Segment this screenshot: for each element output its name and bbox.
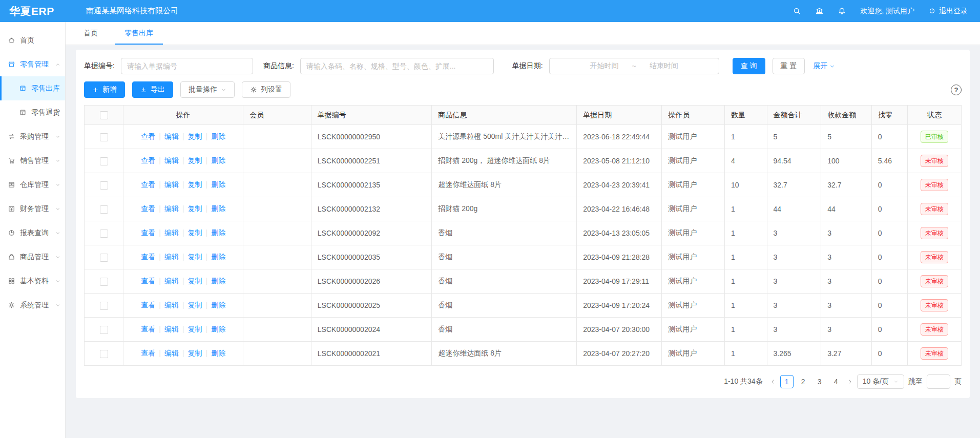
page-4-button[interactable]: 4 xyxy=(829,375,843,388)
jump-page-input[interactable] xyxy=(927,374,950,389)
copy-link[interactable]: 复制 xyxy=(188,277,202,285)
page-1-button[interactable]: 1 xyxy=(780,375,794,388)
search-button[interactable]: 查 询 xyxy=(733,58,765,74)
date-range-input[interactable]: 开始时间 ~ 结束时间 xyxy=(549,58,719,74)
divider: | xyxy=(206,253,208,261)
copy-link[interactable]: 复制 xyxy=(188,228,202,237)
sidebar-item-sales-management[interactable]: 销售管理 xyxy=(0,149,65,173)
sidebar-item-retail-outbound[interactable]: 零售出库 xyxy=(0,76,65,100)
row-checkbox[interactable] xyxy=(100,302,108,310)
expand-link[interactable]: 展开 xyxy=(813,61,835,71)
copy-link[interactable]: 复制 xyxy=(188,156,202,164)
sidebar-item-label: 基本资料 xyxy=(20,277,49,286)
export-button[interactable]: 导出 xyxy=(132,81,173,98)
sidebar-item-basic-data[interactable]: 基本资料 xyxy=(0,269,65,293)
sidebar-item-warehouse-management[interactable]: 仓库管理 xyxy=(0,173,65,197)
edit-link[interactable]: 编辑 xyxy=(164,301,179,309)
view-link[interactable]: 查看 xyxy=(141,277,155,285)
edit-link[interactable]: 编辑 xyxy=(164,156,179,164)
view-link[interactable]: 查看 xyxy=(141,156,155,164)
sidebar-item-report-query[interactable]: 报表查询 xyxy=(0,221,65,245)
tab-retail-outbound[interactable]: 零售出库 xyxy=(115,22,163,45)
status-cell: 未审核 xyxy=(908,294,962,318)
sidebar-item-product-management[interactable]: 商品管理 xyxy=(0,245,65,269)
bank-icon[interactable] xyxy=(815,7,824,15)
delete-link[interactable]: 删除 xyxy=(211,132,225,140)
view-link[interactable]: 查看 xyxy=(141,349,155,357)
view-link[interactable]: 查看 xyxy=(141,301,155,309)
view-link[interactable]: 查看 xyxy=(141,228,155,237)
row-checkbox[interactable] xyxy=(100,133,108,141)
bill-no-input[interactable] xyxy=(121,58,253,74)
edit-link[interactable]: 编辑 xyxy=(164,325,179,333)
view-link[interactable]: 查看 xyxy=(141,180,155,189)
edit-link[interactable]: 编辑 xyxy=(164,132,179,140)
delete-link[interactable]: 删除 xyxy=(211,156,225,164)
next-page-button[interactable] xyxy=(847,379,853,385)
sidebar-item-purchase-management[interactable]: 采购管理 xyxy=(0,124,65,149)
help-icon[interactable]: ? xyxy=(951,85,962,95)
row-checkbox[interactable] xyxy=(100,278,108,286)
received-cell: 44 xyxy=(821,197,872,221)
edit-link[interactable]: 编辑 xyxy=(164,180,179,189)
product-cell: 香烟 xyxy=(432,221,577,245)
sidebar-item-retail-management[interactable]: 零售管理 xyxy=(0,52,65,76)
sidebar-item-retail-return[interactable]: 零售退货 xyxy=(0,100,65,124)
date-cell: 2023-04-09 17:20:24 xyxy=(577,294,662,318)
row-checkbox[interactable] xyxy=(100,230,108,238)
edit-link[interactable]: 编辑 xyxy=(164,204,179,213)
divider: | xyxy=(159,156,161,164)
reset-button[interactable]: 重 置 xyxy=(773,58,805,74)
actions-cell: 查看|编辑|复制|删除 xyxy=(123,318,243,342)
gear-icon xyxy=(250,86,257,93)
copy-link[interactable]: 复制 xyxy=(188,253,202,261)
edit-link[interactable]: 编辑 xyxy=(164,349,179,357)
page-3-button[interactable]: 3 xyxy=(813,375,826,388)
batch-operations-button[interactable]: 批量操作 xyxy=(180,81,235,98)
delete-link[interactable]: 删除 xyxy=(211,180,225,189)
row-checkbox[interactable] xyxy=(100,326,108,334)
column-settings-button[interactable]: 列设置 xyxy=(242,81,290,98)
row-checkbox[interactable] xyxy=(100,181,108,190)
divider: | xyxy=(159,204,161,213)
copy-link[interactable]: 复制 xyxy=(188,180,202,189)
actions-cell: 查看|编辑|复制|删除 xyxy=(123,269,243,294)
page-size-select[interactable]: 10 条/页 xyxy=(857,374,904,389)
copy-link[interactable]: 复制 xyxy=(188,301,202,309)
add-button[interactable]: 新增 xyxy=(84,81,125,98)
product-info-input[interactable] xyxy=(300,58,494,74)
delete-link[interactable]: 删除 xyxy=(211,204,225,213)
view-link[interactable]: 查看 xyxy=(141,325,155,333)
row-checkbox[interactable] xyxy=(100,254,108,262)
page-2-button[interactable]: 2 xyxy=(797,375,810,388)
delete-link[interactable]: 删除 xyxy=(211,301,225,309)
row-checkbox[interactable] xyxy=(100,157,108,165)
sidebar-item-system-management[interactable]: 系统管理 xyxy=(0,293,65,317)
prev-page-button[interactable] xyxy=(770,379,776,385)
edit-link[interactable]: 编辑 xyxy=(164,228,179,237)
select-all-checkbox[interactable] xyxy=(100,111,108,119)
row-checkbox[interactable] xyxy=(100,350,108,358)
delete-link[interactable]: 删除 xyxy=(211,228,225,237)
row-checkbox[interactable] xyxy=(100,205,108,214)
copy-link[interactable]: 复制 xyxy=(188,325,202,333)
app-logo[interactable]: 华夏ERP xyxy=(0,4,66,18)
sidebar-item-home[interactable]: 首页 xyxy=(0,28,65,52)
view-link[interactable]: 查看 xyxy=(141,204,155,213)
copy-link[interactable]: 复制 xyxy=(188,204,202,213)
edit-link[interactable]: 编辑 xyxy=(164,277,179,285)
delete-link[interactable]: 删除 xyxy=(211,325,225,333)
logout-button[interactable]: 退出登录 xyxy=(928,7,968,16)
copy-link[interactable]: 复制 xyxy=(188,132,202,140)
delete-link[interactable]: 删除 xyxy=(211,349,225,357)
sidebar-item-finance-management[interactable]: 财务管理 xyxy=(0,197,65,221)
delete-link[interactable]: 删除 xyxy=(211,277,225,285)
view-link[interactable]: 查看 xyxy=(141,132,155,140)
view-link[interactable]: 查看 xyxy=(141,253,155,261)
edit-link[interactable]: 编辑 xyxy=(164,253,179,261)
delete-link[interactable]: 删除 xyxy=(211,253,225,261)
copy-link[interactable]: 复制 xyxy=(188,349,202,357)
search-icon[interactable] xyxy=(793,7,801,15)
tab-home[interactable]: 首页 xyxy=(74,22,108,45)
bell-icon[interactable] xyxy=(838,7,846,15)
